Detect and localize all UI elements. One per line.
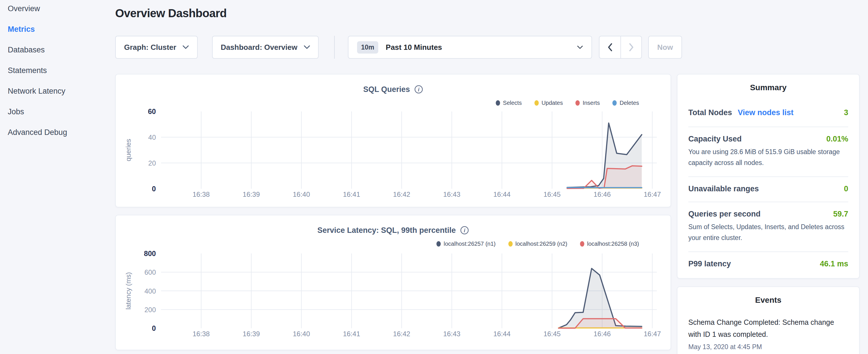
chevron-left-icon [608, 43, 612, 51]
svg-text:16:44: 16:44 [493, 330, 510, 338]
svg-text:40: 40 [148, 133, 156, 141]
time-range-label: Past 10 Minutes [386, 43, 442, 52]
graph-scope-dropdown[interactable]: Graph: Cluster [115, 36, 198, 59]
svg-text:16:40: 16:40 [293, 330, 310, 338]
page-title: Overview Dashboard [115, 7, 227, 20]
sidebar-item-jobs[interactable]: Jobs [8, 107, 102, 116]
now-button-label: Now [657, 43, 673, 52]
svg-text:16:45: 16:45 [543, 330, 560, 338]
dashboard-dropdown-label: Dashboard: Overview [221, 43, 297, 52]
svg-text:16:38: 16:38 [192, 190, 210, 198]
svg-text:16:42: 16:42 [393, 330, 410, 338]
time-forward-button[interactable] [620, 36, 641, 58]
svg-text:800: 800 [144, 250, 156, 257]
sql-queries-chart-card: SQL Queries i Selects Updates Inserts De… [115, 74, 671, 207]
dashboard-dropdown[interactable]: Dashboard: Overview [212, 36, 319, 59]
chevron-down-icon [304, 45, 310, 49]
svg-text:0: 0 [152, 185, 156, 193]
time-back-button[interactable] [599, 36, 620, 58]
svg-text:queries: queries [124, 139, 132, 162]
svg-text:16:46: 16:46 [593, 330, 611, 338]
svg-text:16:43: 16:43 [443, 330, 461, 338]
svg-text:16:45: 16:45 [543, 190, 560, 198]
sidebar-item-advanced-debug[interactable]: Advanced Debug [8, 128, 102, 137]
summary-panel: Summary Total Nodes View nodes list 3 Ca… [677, 74, 860, 279]
svg-text:16:44: 16:44 [493, 190, 510, 198]
sidebar-item-network-latency[interactable]: Network Latency [8, 87, 102, 96]
svg-text:60: 60 [148, 107, 156, 116]
unavailable-ranges-value: 0 [844, 185, 848, 193]
now-button[interactable]: Now [648, 36, 682, 59]
metrics-dashboard-page: Overview Metrics Databases Statements Ne… [0, 0, 868, 354]
svg-text:16:42: 16:42 [393, 190, 410, 198]
sidebar-item-statements[interactable]: Statements [8, 66, 102, 75]
svg-text:200: 200 [145, 306, 156, 314]
qps-value: 59.7 [833, 210, 848, 219]
events-heading: Events [688, 296, 848, 305]
svg-text:600: 600 [145, 268, 156, 276]
svg-text:latency (ms): latency (ms) [124, 272, 132, 310]
svg-text:16:47: 16:47 [644, 330, 661, 338]
stat-unavailable-ranges: Unavailable ranges 0 [688, 177, 848, 202]
stat-capacity-used: Capacity Used 0.01% You are using 28.6 M… [688, 127, 848, 177]
chevron-right-icon [629, 43, 633, 51]
chevron-down-icon [577, 45, 583, 49]
stat-total-nodes: Total Nodes View nodes list 3 [688, 108, 848, 127]
svg-text:0: 0 [152, 324, 156, 332]
events-panel: Events Schema Change Completed: Schema c… [677, 286, 860, 354]
stat-p99-latency: P99 latency 46.1 ms [688, 252, 848, 277]
stat-queries-per-second: Queries per second 59.7 Sum of Selects, … [688, 202, 848, 252]
svg-text:400: 400 [145, 287, 156, 295]
event-item-timestamp: May 13, 2020 at 4:45 PM [688, 343, 848, 351]
sidebar-item-overview[interactable]: Overview [8, 4, 102, 13]
sidebar-item-databases[interactable]: Databases [8, 45, 102, 55]
svg-text:16:39: 16:39 [243, 190, 260, 198]
chevron-down-icon [183, 45, 189, 49]
total-nodes-value: 3 [844, 108, 848, 117]
svg-text:16:47: 16:47 [644, 190, 661, 198]
time-pager [599, 36, 642, 59]
service-latency-chart-card: Service Latency: SQL, 99th percentile i … [115, 215, 671, 350]
sidebar-item-metrics[interactable]: Metrics [8, 25, 102, 34]
sidebar-nav: Overview Metrics Databases Statements Ne… [8, 4, 102, 148]
svg-text:16:41: 16:41 [343, 190, 360, 198]
svg-text:16:46: 16:46 [593, 190, 611, 198]
svg-text:16:43: 16:43 [443, 190, 461, 198]
time-range-dropdown[interactable]: 10m Past 10 Minutes [348, 36, 592, 59]
time-range-badge: 10m [357, 41, 378, 54]
view-nodes-list-link[interactable]: View nodes list [738, 108, 794, 117]
svg-text:16:38: 16:38 [192, 330, 210, 338]
svg-text:16:40: 16:40 [293, 190, 310, 198]
controls-divider [334, 36, 335, 59]
capacity-used-value: 0.01% [826, 135, 848, 143]
graph-scope-dropdown-label: Graph: Cluster [124, 43, 176, 52]
svg-text:16:39: 16:39 [243, 330, 260, 338]
p99-latency-value: 46.1 ms [820, 259, 848, 268]
summary-heading: Summary [688, 83, 848, 92]
svg-text:20: 20 [148, 159, 156, 167]
svg-text:16:41: 16:41 [343, 330, 360, 338]
event-item-text[interactable]: Schema Change Completed: Schema change w… [688, 316, 848, 340]
